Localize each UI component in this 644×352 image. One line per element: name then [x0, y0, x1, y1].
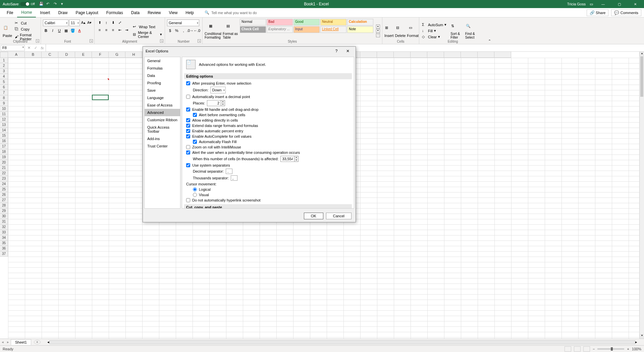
row-header-18[interactable]: 18 — [0, 149, 8, 155]
row-header-26[interactable]: 26 — [0, 192, 8, 197]
row-header-37[interactable]: 37 — [0, 251, 8, 257]
dialog-launcher[interactable]: ↘ — [198, 39, 201, 43]
fill-color-button[interactable]: 🪣 — [70, 28, 76, 34]
row-header-28[interactable]: 28 — [0, 203, 8, 208]
nav-item-proofing[interactable]: Proofing — [145, 79, 180, 87]
num-cells-spinner[interactable]: ▴▾ — [280, 156, 299, 162]
collapse-ribbon-button[interactable]: ⌃ — [486, 17, 492, 44]
new-sheet-button[interactable]: + — [34, 340, 41, 344]
style-explanatory[interactable]: Explanatory ... — [267, 26, 293, 33]
row-header-24[interactable]: 24 — [0, 181, 8, 187]
number-format-dropdown[interactable]: General — [167, 19, 199, 26]
orientation-button[interactable]: ⤢ — [117, 19, 123, 26]
row-header-3[interactable]: 3 — [0, 69, 8, 74]
no-hyperlink-checkbox[interactable] — [186, 198, 190, 202]
ribbon-display-icon[interactable]: ▭ — [590, 2, 593, 6]
dialog-close-button[interactable]: ✕ — [343, 49, 353, 53]
alert-overwrite-checkbox[interactable] — [193, 113, 197, 117]
toggle-switch[interactable] — [20, 2, 30, 6]
thousands-sep-input[interactable] — [231, 175, 237, 181]
row-header-13[interactable]: 13 — [0, 122, 8, 128]
wrap-text-button[interactable]: ↩Wrap Text — [132, 24, 163, 30]
row-header-20[interactable]: 20 — [0, 160, 8, 165]
nav-item-add-ins[interactable]: Add-ins — [145, 135, 180, 142]
row-header-5[interactable]: 5 — [0, 79, 8, 85]
accounting-format-button[interactable]: $ — [167, 28, 173, 34]
minimize-button[interactable]: — — [597, 0, 609, 8]
selected-cell[interactable] — [92, 95, 109, 100]
cursor-logical-radio[interactable] — [193, 187, 197, 191]
dialog-launcher[interactable]: ↘ — [36, 39, 39, 43]
row-header-15[interactable]: 15 — [0, 133, 8, 138]
horizontal-scrollbar[interactable]: ◂ ▸ — [47, 340, 637, 344]
ok-button[interactable]: OK — [304, 213, 323, 219]
align-bottom-button[interactable]: ⬇ — [110, 19, 116, 26]
tab-home[interactable]: Home — [17, 8, 36, 17]
tab-file[interactable]: File — [3, 8, 17, 17]
nav-item-formulas[interactable]: Formulas — [145, 64, 180, 72]
row-header-36[interactable]: 36 — [0, 246, 8, 251]
col-header-B[interactable]: B — [25, 52, 42, 58]
row-header-27[interactable]: 27 — [0, 197, 8, 203]
col-header-G[interactable]: G — [109, 52, 125, 58]
row-header-31[interactable]: 31 — [0, 219, 8, 224]
redo-icon[interactable]: ↷ — [54, 2, 58, 6]
cancel-formula-button[interactable]: ✕ — [25, 46, 32, 50]
qat-more-icon[interactable]: ▾ — [61, 2, 66, 6]
comma-format-button[interactable]: , — [180, 28, 186, 34]
tab-insert[interactable]: Insert — [36, 8, 54, 17]
cursor-visual-radio[interactable] — [193, 193, 197, 197]
tell-me-search[interactable]: 🔍 Tell me what you want to do — [205, 10, 257, 15]
normal-view-button[interactable] — [565, 346, 571, 352]
scroll-thumb[interactable] — [640, 56, 643, 97]
tab-view[interactable]: View — [165, 8, 182, 17]
row-header-1[interactable]: 1 — [0, 58, 8, 63]
font-color-button[interactable]: A — [76, 28, 83, 34]
row-header-22[interactable]: 22 — [0, 171, 8, 176]
row-header-9[interactable]: 9 — [0, 101, 8, 106]
autosum-button[interactable]: ΣAutoSum ▾ — [421, 22, 447, 28]
row-header-12[interactable]: 12 — [0, 117, 8, 122]
style-note[interactable]: Note — [347, 26, 373, 33]
dialog-help-button[interactable]: ? — [331, 49, 341, 53]
row-header-23[interactable]: 23 — [0, 176, 8, 181]
flash-fill-checkbox[interactable] — [193, 140, 197, 144]
align-left-button[interactable]: ≡ — [97, 27, 103, 33]
gallery-up-button[interactable]: ▴ — [376, 25, 380, 29]
nav-item-trust-center[interactable]: Trust Center — [145, 142, 180, 150]
zoom-out-button[interactable]: − — [593, 347, 595, 351]
grow-font-button[interactable]: A▴ — [80, 19, 86, 26]
col-header-H[interactable]: H — [125, 52, 142, 58]
fx-button[interactable]: fx — [39, 46, 46, 50]
scroll-down-button[interactable]: ▾ — [640, 334, 644, 339]
row-header-29[interactable]: 29 — [0, 208, 8, 214]
col-header-A[interactable]: A — [8, 52, 25, 58]
select-all-corner[interactable] — [0, 52, 8, 58]
increase-indent-button[interactable]: ⇥ — [123, 27, 129, 33]
tab-review[interactable]: Review — [144, 8, 165, 17]
gallery-more-button[interactable]: ⋯ — [376, 33, 380, 37]
percent-format-button[interactable]: % — [174, 28, 180, 34]
zoom-intelli-checkbox[interactable] — [186, 145, 190, 149]
row-header-8[interactable]: 8 — [0, 95, 8, 101]
places-spinner[interactable]: ▴▾ — [207, 100, 225, 106]
hscroll-right-button[interactable]: ▸ — [635, 340, 637, 344]
row-header-10[interactable]: 10 — [0, 106, 8, 112]
alert-time-checkbox[interactable] — [186, 150, 190, 155]
vertical-scrollbar[interactable]: ▴ ▾ — [639, 52, 644, 339]
style-neutral[interactable]: Neutral — [320, 19, 346, 26]
decimal-sep-input[interactable] — [226, 169, 232, 174]
dialog-launcher[interactable]: ↘ — [160, 39, 163, 43]
extend-formats-checkbox[interactable] — [186, 124, 190, 128]
tab-formulas[interactable]: Formulas — [102, 8, 127, 17]
increase-decimal-button[interactable]: .0→ — [187, 28, 193, 34]
merge-center-button[interactable]: ⊟Merge & Center ▾ — [132, 30, 163, 39]
gallery-down-button[interactable]: ▾ — [376, 29, 380, 33]
sheet-tab-1[interactable]: Sheet1 — [11, 339, 31, 345]
style-check-cell[interactable]: Check Cell — [240, 26, 266, 33]
row-header-33[interactable]: 33 — [0, 230, 8, 235]
nav-item-general[interactable]: General — [145, 57, 180, 64]
fill-button[interactable]: ↓Fill ▾ — [421, 28, 447, 34]
tab-data[interactable]: Data — [127, 8, 144, 17]
sheet-nav-prev[interactable]: ◂ — [0, 340, 5, 344]
